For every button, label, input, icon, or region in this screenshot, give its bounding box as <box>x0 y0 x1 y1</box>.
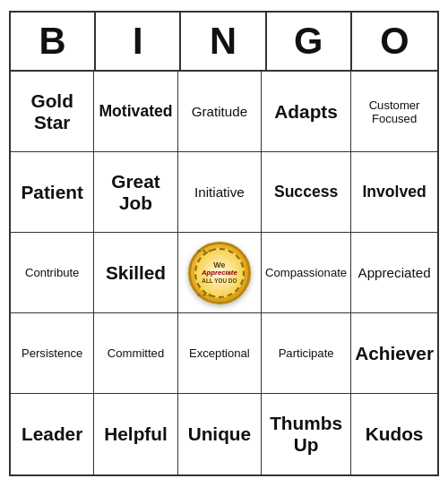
cell-text-23: Thumbs Up <box>265 413 347 456</box>
cell-text-18: Participate <box>279 346 334 360</box>
cell-text-22: Unique <box>188 423 251 445</box>
cell-text-2: Gratitude <box>192 104 247 119</box>
header-letter-b: B <box>11 13 96 70</box>
bingo-cell-17: Exceptional <box>178 313 262 394</box>
cell-text-15: Persistence <box>22 346 83 360</box>
bingo-cell-13: Compassionate <box>262 233 351 313</box>
cell-text-9: Involved <box>362 183 426 201</box>
cell-text-10: Contribute <box>25 266 79 279</box>
bingo-cell-5: Patient <box>11 152 94 233</box>
cell-text-16: Committed <box>108 346 164 360</box>
cell-text-13: Compassionate <box>265 266 347 279</box>
bingo-grid: Gold StarMotivatedGratitudeAdaptsCustome… <box>11 72 437 474</box>
cell-text-17: Exceptional <box>189 346 250 360</box>
header-letter-o: O <box>352 13 437 70</box>
cell-text-19: Achiever <box>355 343 434 364</box>
bingo-cell-15: Persistence <box>11 313 94 394</box>
bingo-cell-10: Contribute <box>11 233 94 313</box>
cell-text-21: Helpful <box>104 423 167 445</box>
cell-text-6: Great Job <box>98 171 173 214</box>
bingo-cell-1: Motivated <box>94 72 177 152</box>
cell-text-11: Skilled <box>106 262 166 284</box>
bingo-cell-24: Kudos <box>351 394 437 474</box>
header-letter-i: I <box>96 13 181 70</box>
bingo-cell-4: Customer Focused <box>351 72 437 152</box>
cell-text-3: Adapts <box>274 101 337 123</box>
bingo-cell-6: Great Job <box>94 152 177 233</box>
bingo-card: BINGO Gold StarMotivatedGratitudeAdaptsC… <box>9 11 439 476</box>
bingo-cell-16: Committed <box>94 313 177 394</box>
cell-text-0: Gold Star <box>14 90 90 133</box>
bingo-cell-21: Helpful <box>94 394 177 474</box>
bingo-cell-0: Gold Star <box>11 72 94 152</box>
cell-text-7: Initiative <box>194 184 245 200</box>
bingo-cell-2: Gratitude <box>178 72 262 152</box>
bingo-cell-11: Skilled <box>94 233 177 313</box>
bingo-cell-14: Appreciated <box>351 233 437 313</box>
bingo-cell-7: Initiative <box>178 152 262 233</box>
cell-text-14: Appreciated <box>358 265 431 280</box>
cell-text-24: Kudos <box>366 423 424 445</box>
bingo-cell-3: Adapts <box>262 72 351 152</box>
bingo-cell-8: Success <box>262 152 351 233</box>
header-letter-g: G <box>267 13 352 70</box>
bingo-cell-18: Participate <box>262 313 351 394</box>
bingo-cell-20: Leader <box>11 394 94 474</box>
bingo-cell-19: Achiever <box>351 313 437 394</box>
bingo-header: BINGO <box>11 13 437 72</box>
bingo-cell-9: Involved <box>351 152 437 233</box>
bingo-cell-22: Unique <box>178 394 262 474</box>
bingo-cell-12: ✦✦✦ We Appreciate ALL YOU DO ✦✦✦ <box>178 233 262 313</box>
free-space-emblem: ✦✦✦ We Appreciate ALL YOU DO ✦✦✦ <box>188 242 251 304</box>
bingo-cell-23: Thumbs Up <box>262 394 351 474</box>
cell-text-1: Motivated <box>99 102 172 121</box>
cell-text-4: Customer Focused <box>355 98 434 125</box>
cell-text-5: Patient <box>22 182 83 203</box>
header-letter-n: N <box>181 13 266 70</box>
cell-text-8: Success <box>274 183 338 201</box>
cell-text-20: Leader <box>22 423 82 445</box>
